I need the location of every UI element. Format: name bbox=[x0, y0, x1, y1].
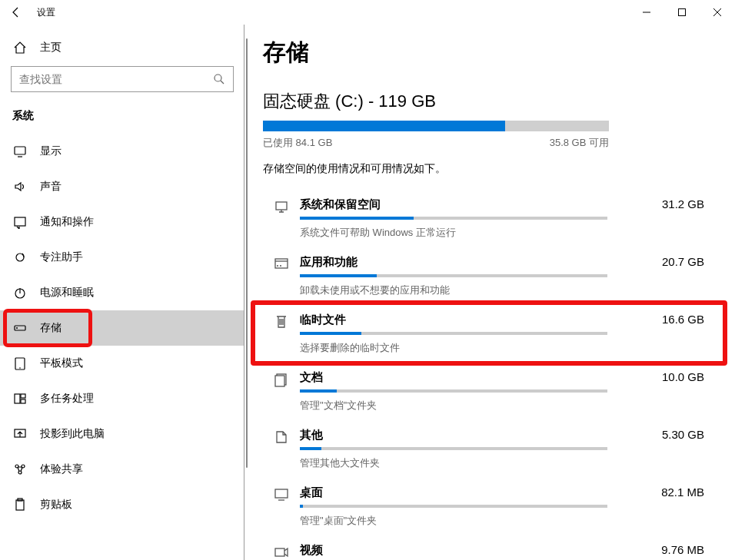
svg-point-7 bbox=[16, 327, 18, 329]
category-name: 视频 bbox=[300, 543, 323, 558]
sidebar-item-label: 声音 bbox=[40, 180, 62, 194]
back-button[interactable] bbox=[9, 5, 23, 19]
sidebar-item-multitask[interactable]: 多任务处理 bbox=[0, 381, 244, 416]
category-name: 系统和保留空间 bbox=[300, 197, 381, 212]
disk-title: 固态硬盘 (C:) - 119 GB bbox=[263, 90, 710, 113]
power-icon bbox=[12, 285, 28, 300]
close-button[interactable] bbox=[700, 0, 735, 25]
search-input[interactable] bbox=[19, 73, 213, 85]
sidebar-item-label: 存储 bbox=[40, 321, 62, 335]
temp-icon bbox=[263, 313, 300, 355]
category-sub: 管理"桌面"文件夹 bbox=[300, 514, 704, 528]
shared-icon bbox=[12, 462, 28, 477]
category-temp[interactable]: 临时文件16.6 GB选择要删除的临时文件 bbox=[263, 305, 710, 363]
category-docs[interactable]: 文档10.0 GB管理"文档"文件夹 bbox=[263, 363, 710, 420]
category-videos[interactable]: 视频9.76 MB管理"视频"文件夹 bbox=[263, 535, 710, 560]
clipboard-icon bbox=[12, 497, 28, 512]
other-icon bbox=[263, 428, 300, 470]
docs-icon bbox=[263, 370, 300, 413]
display-icon bbox=[12, 144, 28, 159]
category-desktop[interactable]: 桌面82.1 MB管理"桌面"文件夹 bbox=[263, 478, 710, 535]
sidebar-item-storage[interactable]: 存储 bbox=[0, 310, 244, 346]
sidebar-item-clipboard[interactable]: 剪贴板 bbox=[0, 487, 244, 522]
sidebar-item-notifications[interactable]: 通知和操作 bbox=[0, 204, 244, 240]
sidebar-item-display[interactable]: 显示 bbox=[0, 134, 244, 169]
category-bar bbox=[300, 332, 607, 335]
sidebar-item-label: 专注助手 bbox=[40, 250, 83, 264]
svg-rect-17 bbox=[16, 500, 24, 510]
apps-icon bbox=[263, 255, 300, 297]
window-controls bbox=[629, 0, 735, 25]
system-icon bbox=[263, 197, 300, 240]
svg-rect-10 bbox=[15, 394, 20, 403]
category-size: 20.7 GB bbox=[662, 255, 704, 268]
category-size: 10.0 GB bbox=[662, 370, 704, 383]
sound-icon bbox=[12, 179, 28, 194]
storage-desc: 存储空间的使用情况和可用情况如下。 bbox=[263, 162, 710, 176]
sidebar-item-focus[interactable]: 专注助手 bbox=[0, 240, 244, 275]
search-icon bbox=[213, 73, 225, 85]
sidebar-item-label: 体验共享 bbox=[40, 462, 83, 476]
storage-icon bbox=[12, 320, 28, 336]
category-size: 31.2 GB bbox=[662, 197, 704, 210]
home-icon bbox=[12, 40, 28, 55]
svg-rect-25 bbox=[275, 489, 288, 498]
category-bar bbox=[300, 389, 607, 393]
category-sub: 选择要删除的临时文件 bbox=[300, 341, 704, 355]
category-bar bbox=[300, 505, 607, 508]
category-bar bbox=[300, 447, 607, 450]
svg-point-21 bbox=[277, 265, 278, 267]
nav-list: 显示声音通知和操作专注助手电源和睡眠存储平板模式多任务处理投影到此电脑体验共享剪… bbox=[0, 134, 244, 522]
category-name: 其他 bbox=[300, 428, 323, 442]
titlebar: 设置 bbox=[0, 0, 735, 25]
category-sub: 管理其他大文件夹 bbox=[300, 456, 704, 470]
minimize-button[interactable] bbox=[629, 0, 664, 25]
sidebar-item-sound[interactable]: 声音 bbox=[0, 169, 244, 204]
sidebar-item-tablet[interactable]: 平板模式 bbox=[0, 346, 244, 381]
home-link[interactable]: 主页 bbox=[0, 32, 244, 63]
category-bar bbox=[300, 217, 607, 220]
multitask-icon bbox=[12, 391, 28, 406]
maximize-button[interactable] bbox=[664, 0, 700, 25]
focus-icon bbox=[12, 250, 28, 265]
category-apps[interactable]: 应用和功能20.7 GB卸载未使用或不想要的应用和功能 bbox=[263, 247, 710, 305]
search-box[interactable] bbox=[11, 66, 234, 92]
section-label: 系统 bbox=[0, 106, 244, 134]
category-size: 9.76 MB bbox=[661, 543, 704, 556]
sidebar-item-label: 剪贴板 bbox=[40, 498, 72, 512]
svg-point-1 bbox=[215, 75, 221, 81]
svg-point-4 bbox=[16, 253, 24, 261]
svg-rect-20 bbox=[275, 259, 288, 268]
sidebar-item-label: 显示 bbox=[40, 144, 62, 158]
svg-point-9 bbox=[19, 367, 21, 369]
category-name: 应用和功能 bbox=[300, 255, 358, 270]
sidebar-item-power[interactable]: 电源和睡眠 bbox=[0, 275, 244, 310]
app-title: 设置 bbox=[37, 6, 55, 19]
sidebar-item-label: 通知和操作 bbox=[40, 215, 94, 229]
category-name: 文档 bbox=[300, 370, 323, 385]
sidebar-item-project[interactable]: 投影到此电脑 bbox=[0, 416, 244, 452]
notifications-icon bbox=[12, 214, 28, 230]
category-size: 5.30 GB bbox=[662, 428, 704, 441]
svg-rect-19 bbox=[276, 202, 287, 210]
category-size: 82.1 MB bbox=[661, 485, 704, 499]
sidebar-item-label: 多任务处理 bbox=[40, 392, 94, 406]
svg-point-22 bbox=[280, 265, 281, 267]
category-sub: 卸载未使用或不想要的应用和功能 bbox=[300, 283, 704, 297]
category-name: 临时文件 bbox=[300, 313, 346, 327]
svg-rect-12 bbox=[21, 399, 25, 403]
sidebar-item-label: 投影到此电脑 bbox=[40, 427, 105, 441]
svg-rect-3 bbox=[15, 217, 25, 226]
sidebar-item-shared[interactable]: 体验共享 bbox=[0, 452, 244, 487]
sidebar: 主页 系统 显示声音通知和操作专注助手电源和睡眠存储平板模式多任务处理投影到此电… bbox=[0, 25, 244, 560]
category-size: 16.6 GB bbox=[662, 313, 704, 326]
category-sub: 系统文件可帮助 Windows 正常运行 bbox=[300, 226, 704, 240]
category-name: 桌面 bbox=[300, 485, 323, 500]
disk-free-label: 35.8 GB 可用 bbox=[550, 136, 609, 150]
videos-icon bbox=[263, 543, 300, 560]
page-title: 存储 bbox=[263, 37, 710, 68]
scrollbar[interactable] bbox=[246, 38, 248, 468]
category-other[interactable]: 其他5.30 GB管理其他大文件夹 bbox=[263, 420, 710, 478]
sidebar-divider bbox=[244, 25, 244, 560]
category-system[interactable]: 系统和保留空间31.2 GB系统文件可帮助 Windows 正常运行 bbox=[263, 190, 710, 247]
